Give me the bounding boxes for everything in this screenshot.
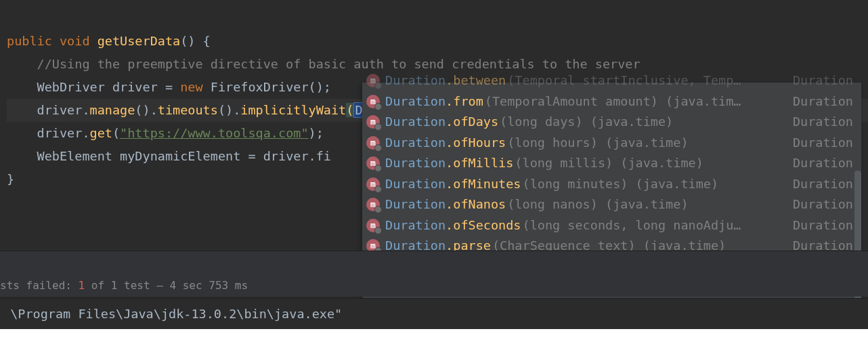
tool-window-separator [0,251,868,275]
completion-signature: (long hours) (java.time) [507,133,688,154]
completion-item[interactable]: mDuration.ofDays(long days) (java.time)D… [362,112,861,133]
completion-suffix: .ofDays [446,112,498,133]
l5b: ( [112,126,120,140]
completion-item[interactable]: mDuration.between(Temporal startInclusiv… [362,70,861,91]
method-icon: m [366,95,380,108]
sig-tail: () { [180,34,211,48]
completion-signature: (long nanos) (java.time) [507,194,688,215]
completion-type: Duration [783,112,853,133]
completion-match: Duration [385,153,446,174]
kw-void: void [60,34,90,48]
completion-signature: (long seconds, long nanoAdju… [523,215,741,236]
kw-new: new [180,80,202,94]
completion-item[interactable]: mDuration.ofMinutes(long minutes) (java.… [362,174,861,195]
method-icon: m [366,136,380,150]
completion-signature: (TemporalAmount amount) (java.tim… [485,91,741,112]
completion-suffix: .ofHours [446,133,506,154]
l4m2: timeouts [158,103,218,117]
method-icon: m [366,115,380,129]
l4a: driver. [37,103,90,117]
method-icon: m [366,74,380,87]
l4paren-open: ( [346,103,353,117]
completion-type: Duration [783,194,853,215]
completion-suffix: .from [446,91,483,112]
completion-type: Duration [783,133,853,154]
completion-type: Duration [783,174,853,195]
completion-match: Duration [385,194,446,215]
line3b: FirefoxDriver(); [203,80,331,94]
l5c: ); [309,126,324,140]
l4b: (). [135,103,157,117]
completion-item[interactable]: mDuration.ofNanos(long nanos) (java.time… [362,194,861,215]
l5m: get [90,126,112,140]
test-status-bar: sts failed: 1 of 1 test – 4 sec 753 ms [0,275,868,297]
method-icon: m [366,198,380,211]
completion-match: Duration [385,133,446,154]
close-brace: } [7,172,14,186]
completion-item[interactable]: mDuration.from(TemporalAmount amount) (j… [362,91,861,112]
fail-prefix: sts failed: [0,279,79,292]
completion-match: Duration [385,174,446,195]
completion-item[interactable]: mDuration.ofSeconds(long seconds, long n… [362,215,861,236]
l4m3: implicitlyWait [240,103,346,117]
completion-type: Duration [783,91,853,112]
l6a: WebElement [37,149,121,163]
completion-match: Duration [385,112,446,133]
completion-match: Duration [385,215,446,236]
completion-type: Duration [783,215,853,236]
completion-signature: (long minutes) (java.time) [523,174,719,195]
l5a: driver. [37,126,90,140]
completion-type: Duration [783,153,853,174]
completion-item[interactable]: mDuration.ofHours(long hours) (java.time… [362,133,861,154]
fn-name: getUserData [97,34,181,48]
completion-suffix: .between [446,70,506,91]
completion-suffix: .ofSeconds [446,215,521,236]
completion-match: Duration [385,70,446,91]
fail-count: 1 [79,279,85,292]
kw-public: public [7,34,52,48]
bottom-gap [0,329,868,346]
l4c: (). [218,103,240,117]
completion-signature: (long days) (java.time) [500,112,673,133]
completion-suffix: .ofNanos [446,194,506,215]
line3a: WebDriver driver = [37,80,181,94]
completion-match: Duration [385,91,446,112]
completion-type: Duration [783,70,853,91]
method-icon: m [366,219,380,232]
completion-suffix: .ofMinutes [446,174,521,195]
l5str: "https://www.toolsqa.com" [120,126,308,140]
l6v: myDynamicElement [120,149,240,163]
code-comment: //Using the preemptive directive of basi… [37,57,641,71]
completion-signature: (long millis) (java.time) [515,153,703,174]
l6b: = driver.fi [240,149,331,163]
method-icon: m [366,156,380,170]
completion-suffix: .ofMillis [446,153,513,174]
fail-rest: of 1 test – 4 sec 753 ms [85,279,248,292]
completion-item[interactable]: mDuration.ofMillis(long millis) (java.ti… [362,153,861,174]
l4m1: manage [90,103,135,117]
console-output[interactable]: \Program Files\Java\jdk-13.0.2\bin\java.… [0,298,868,329]
exec-path: \Program Files\Java\jdk-13.0.2\bin\java.… [10,307,342,321]
completion-signature: (Temporal startInclusive, Temp… [507,70,741,91]
method-icon: m [366,177,380,191]
